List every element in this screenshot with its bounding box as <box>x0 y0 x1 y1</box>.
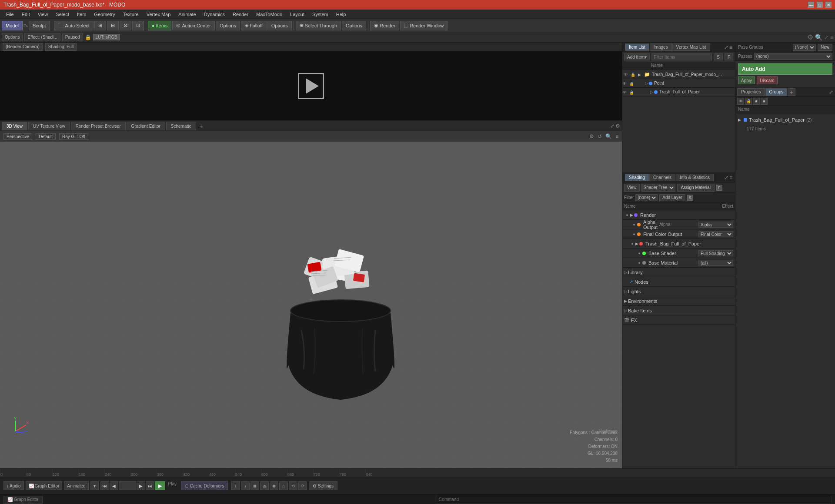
options-tb2-button[interactable]: Options <box>2 33 23 41</box>
eye-toggle-1[interactable]: 👁 <box>622 81 629 86</box>
auto-add-header[interactable]: Auto Add <box>738 63 832 75</box>
cache-deformers-button[interactable]: ⬡ Cache Deformers <box>181 481 228 490</box>
tl-play-button[interactable]: ▶ <box>155 481 165 490</box>
tab-channels[interactable]: Channels <box>649 174 675 181</box>
lock-toggle-2[interactable]: 🔒 <box>629 90 636 95</box>
lock-toggle-1[interactable]: 🔒 <box>629 81 636 86</box>
items-button[interactable]: ● Items <box>148 21 172 30</box>
render-window-button[interactable]: ⬚ Render Window <box>400 21 448 30</box>
shader-row-base-material[interactable]: ● Base Material (all) <box>622 258 735 268</box>
groups-color-button-1[interactable]: ■ <box>753 98 760 105</box>
shader-row-base-shader[interactable]: ● Base Shader Full Shading <box>622 249 735 258</box>
tab-uv-texture-view[interactable]: UV Texture View <box>28 122 70 130</box>
tb-icon-4[interactable]: ⊡ <box>132 21 144 30</box>
tab-properties[interactable]: Properties <box>737 88 765 96</box>
menu-item-render[interactable]: Render <box>229 11 252 18</box>
menu-item-animate[interactable]: Animate <box>175 11 199 18</box>
toggle-final-color[interactable]: ● <box>631 232 637 236</box>
options-button-2[interactable]: Options <box>267 21 292 30</box>
vp-options-button[interactable]: ⚙ <box>615 123 620 129</box>
menu-item-maxtomodo[interactable]: MaxToModo <box>253 11 286 18</box>
shader-row-library[interactable]: ▷ Library <box>622 268 735 277</box>
tree-item-point[interactable]: ▷ Point <box>636 79 735 88</box>
tab-3d-view[interactable]: 3D View <box>2 122 27 130</box>
base-shader-effect-select[interactable]: Full Shading <box>698 250 733 256</box>
add-props-tab-button[interactable]: + <box>788 88 795 96</box>
shader-tree-select[interactable]: Shader Tree <box>641 184 675 192</box>
expand-vp-button[interactable]: ⤢ <box>610 123 615 129</box>
groups-eye-button[interactable]: 👁 <box>737 98 744 105</box>
close-button[interactable]: ✕ <box>825 2 832 8</box>
command-input[interactable] <box>436 496 832 504</box>
toggle-base-material[interactable]: ● <box>636 261 642 265</box>
toggle-render[interactable]: ● <box>624 213 630 217</box>
menu-item-texture[interactable]: Texture <box>120 11 142 18</box>
menu-item-edit[interactable]: Edit <box>18 11 33 18</box>
tb-icon-2[interactable]: ⊟ <box>107 21 119 30</box>
pass-groups-select[interactable]: (None) <box>793 44 816 51</box>
groups-lock-button[interactable]: 🔒 <box>745 98 752 105</box>
menu-item-item[interactable]: Item <box>73 11 90 18</box>
shader-row-render[interactable]: ● ▶ Render <box>622 210 735 220</box>
graph-editor-button[interactable]: 📈 Graph Editor <box>26 481 63 490</box>
toggle-alpha[interactable]: ● <box>631 222 637 227</box>
alpha-effect-select[interactable]: Alpha <box>698 222 733 228</box>
menu-item-system[interactable]: System <box>309 11 332 18</box>
tl-prev-frame-button[interactable]: ◀ <box>110 481 118 490</box>
tb-icon-3[interactable]: ⊠ <box>120 21 131 30</box>
tab-shading[interactable]: Shading <box>625 174 649 181</box>
render-camera-button[interactable]: (Render Camera) <box>3 43 43 51</box>
item-list-options-icon[interactable]: ≡ <box>729 44 732 50</box>
groups-color-button-2[interactable]: ■ <box>761 98 768 105</box>
tl-next-end-button[interactable]: ⏭ <box>146 481 154 490</box>
render-button[interactable]: ◉ Render <box>370 21 399 30</box>
eye-toggle-0[interactable]: 👁 <box>622 72 629 77</box>
filter-select[interactable]: (none) <box>635 194 658 201</box>
shader-row-final-color[interactable]: ● Final Color Output Final Color <box>622 229 735 239</box>
add-tab-button[interactable]: + <box>197 122 206 130</box>
props-expand-icon[interactable]: ⤢ <box>829 89 833 95</box>
maximize-button[interactable]: □ <box>817 2 823 8</box>
shader-row-environments[interactable]: ▶ Environments <box>622 296 735 306</box>
menu-item-dynamics[interactable]: Dynamics <box>200 11 228 18</box>
base-material-effect-select[interactable]: (all) <box>698 260 733 266</box>
vp-rotate-icon[interactable]: ↺ <box>598 133 602 139</box>
model-mode-button[interactable]: Model <box>2 21 23 30</box>
falloff-button[interactable]: ◈ Falloff <box>241 21 267 30</box>
shader-row-lights[interactable]: ▷ Lights <box>622 287 735 296</box>
sculpt-mode-button[interactable]: Sculpt <box>29 21 50 30</box>
tree-item-mesh[interactable]: ▷ Trash_Full_of_Paper <box>636 88 735 96</box>
shading-options-icon[interactable]: ≡ <box>729 175 732 181</box>
lock-toggle-0[interactable]: 🔒 <box>629 73 636 77</box>
vp-more-icon[interactable]: ≡ <box>615 133 618 139</box>
tl-prev-start-button[interactable]: ⏮ <box>100 481 109 490</box>
toggle-base-shader[interactable]: ● <box>636 251 642 255</box>
viewport-3d[interactable]: Perspective Default Ray GL: Off ⚙ ↺ 🔍 ≡ … <box>0 131 622 468</box>
minimize-button[interactable]: — <box>808 2 814 8</box>
paused-button[interactable]: Paused <box>62 33 83 41</box>
tl-misc-7[interactable]: ⟲ <box>289 481 297 490</box>
effect-button[interactable]: Effect: (Shadi... <box>24 33 60 41</box>
tl-misc-8[interactable]: ⟳ <box>298 481 307 490</box>
filter-s-button[interactable]: S <box>714 53 723 60</box>
tab-render-preset-browser[interactable]: Render Preset Browser <box>71 122 126 130</box>
shading-full-button[interactable]: Shading: Full <box>45 43 77 51</box>
tl-misc-5[interactable]: ⏺ <box>270 481 278 490</box>
tab-vertex-map-list[interactable]: Vertex Map List <box>672 43 710 51</box>
select-through-button[interactable]: ⊕ Select Through <box>296 21 341 30</box>
tab-item-list[interactable]: Item List <box>625 43 649 51</box>
audio-button[interactable]: ♪ Audio <box>3 481 24 490</box>
animated-dropdown[interactable]: ▾ <box>90 481 99 490</box>
apply-button[interactable]: Apply <box>738 76 755 84</box>
tl-misc-4[interactable]: ⏏ <box>260 481 269 490</box>
group-item-0[interactable]: ▶ Trash_Bag_Full_of_Paper (2) <box>738 115 832 125</box>
tree-item-scene[interactable]: ▶ 📁 Trash_Bag_Full_of_Paper_modo_... <box>636 70 735 79</box>
tl-misc-2[interactable]: ⟩ <box>241 481 250 490</box>
tab-images[interactable]: Images <box>650 43 672 51</box>
menu-item-help[interactable]: Help <box>333 11 350 18</box>
ray-gl-button[interactable]: Ray GL: Off <box>59 133 88 140</box>
default-button[interactable]: Default <box>36 133 56 140</box>
new-pass-group-button[interactable]: New <box>818 44 832 51</box>
tb-icon-1[interactable]: ⊞ <box>94 21 106 30</box>
menu-item-geometry[interactable]: Geometry <box>90 11 118 18</box>
